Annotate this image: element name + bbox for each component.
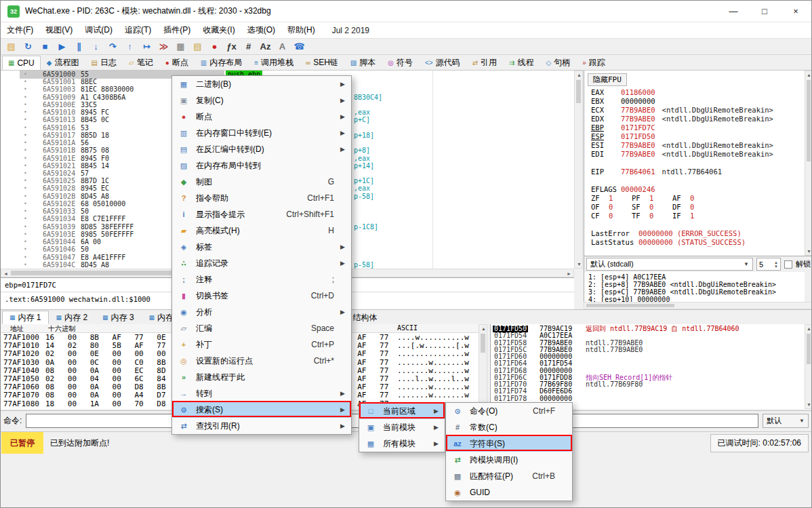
argument-row[interactable]: 2: [esp+8] 77B9ABE0 <ntdll.DbgUiRemoteBr… (588, 281, 805, 288)
menubar-item-2[interactable]: 视图(V) (39, 22, 79, 38)
toolbar-font-button[interactable]: A (274, 39, 291, 54)
menu-item-binary[interactable]: ▦二进制(B)▶ (173, 76, 350, 92)
menu-item-patch[interactable]: +补丁Ctrl+P (173, 336, 350, 353)
toolbar-notes-button[interactable]: ▤ (189, 39, 206, 54)
menubar-item-4[interactable]: 追踪(T) (119, 22, 157, 38)
disasm-vscrollbar[interactable]: ▲ ▼ (574, 71, 583, 269)
toolbar-step-over-button[interactable]: ↷ (104, 39, 121, 54)
stack-row[interactable]: 0171FD7077B69F80ntdll.77B69F80 (491, 381, 805, 388)
argument-row[interactable]: 4: [esp+10] 00000000 (588, 296, 805, 302)
toolbar-hash-button[interactable]: # (240, 39, 257, 54)
menu-item-graph[interactable]: ◆制图G (173, 174, 350, 190)
dump-tab-1[interactable]: ▦内存 1 (2, 311, 49, 324)
submenu-item-intermodular-calls[interactable]: ⇄跨模块调用(I) (447, 452, 571, 468)
arguments-hscrollbar[interactable] (584, 302, 812, 309)
flags-line[interactable]: CF0TF0IF1 (591, 212, 713, 220)
tab-source[interactable]: <>源代码 (419, 56, 466, 70)
menu-item-create-new-thread-here[interactable]: »新建线程于此 (173, 369, 350, 385)
stack-pane[interactable]: 0171FD5077B9AC19返回到 ntdll.77B9AC19 自 ntd… (490, 324, 805, 409)
stack-row[interactable]: 0171FD7800000000 (491, 395, 805, 402)
toolbar-breakpoints-button[interactable]: ● (206, 39, 223, 54)
tab-notes[interactable]: ▱笔记 (123, 56, 159, 70)
dump-tab-2[interactable]: ▦内存 2 (49, 311, 96, 324)
menu-item-follow-in-disassembler[interactable]: ▤在反汇编中转到(D)▶ (173, 141, 350, 157)
submenu-item-all-modules[interactable]: ▦所有模块▶ (360, 435, 444, 452)
menu-item-search-for[interactable]: ⊙搜索(S)▶ (173, 402, 350, 418)
scroll-thumb[interactable] (481, 334, 485, 353)
tab-threads[interactable]: ⇉线程 (503, 56, 540, 70)
scroll-thumb[interactable] (11, 271, 180, 275)
command-default-select[interactable]: 默认 ▼ (763, 414, 809, 428)
register-edx[interactable]: EDX77B9ABE0<ntdll.DbgUiRemoteBreakin> (591, 115, 773, 123)
menu-item-trace-record[interactable]: ∴追踪记录▶ (173, 255, 350, 271)
register-ebx[interactable]: EBX00000000 (591, 97, 655, 106)
register-lasterror[interactable]: LastError00000000 (ERROR_SUCCESS) (591, 229, 742, 238)
menu-item-follow-in-memory-map[interactable]: ▨在内存布局中转到 (173, 157, 350, 174)
toolbar-run-button[interactable]: ▶ (54, 39, 70, 54)
toolbar-restart-button[interactable]: ↻ (20, 39, 37, 54)
dump-tab-3[interactable]: ▦内存 3 (95, 311, 142, 324)
toolbar-phone-button[interactable]: ☎ (291, 39, 308, 54)
toolbar-step-into-button[interactable]: ↓ (87, 39, 104, 54)
menubar-item-1[interactable]: 文件(F) (1, 22, 39, 38)
unlock-checkbox[interactable] (784, 260, 792, 269)
toolbar-run-to-user-code-button[interactable]: ↦ (138, 39, 155, 54)
toolbar-animate-into-button[interactable]: ≫ (155, 39, 172, 54)
submenu-item-guid[interactable]: ◉GUID (447, 484, 571, 501)
menubar-item-3[interactable]: 调试(D) (79, 22, 119, 38)
submenu-item-current-module[interactable]: ▣当前模块▶ (360, 419, 444, 435)
toolbar-fx-button[interactable]: ƒx (223, 39, 240, 54)
menu-item-find-references[interactable]: ⇄查找引用(R)▶ (173, 418, 350, 434)
submenu-item-pattern[interactable]: ▩匹配特征(P)Ctrl+B (447, 468, 571, 484)
registers-pane[interactable]: 隐藏FPU EAX01186000EBX00000000ECX77B9ABE0<… (584, 71, 805, 256)
scroll-thumb[interactable] (807, 334, 811, 364)
tab-breakpoints[interactable]: ●断点 (159, 56, 195, 70)
register-esp[interactable]: ESP0171FD50 (591, 132, 655, 141)
argument-row[interactable]: 1: [esp+4] A0C17EEA (588, 273, 805, 281)
stack-row[interactable]: 0171FD74D60FE6D6 (491, 388, 805, 395)
menubar-item-6[interactable]: 收藏夹(I) (197, 22, 241, 38)
toolbar-open-file-button[interactable]: ▤ (3, 39, 20, 54)
register-laststatus[interactable]: LastStatus00000000 (STATUS_SUCCESS) (591, 238, 746, 247)
menu-item-label[interactable]: ◈标签▶ (173, 239, 350, 255)
register-ecx[interactable]: ECX77B9ABE0<ntdll.DbgUiRemoteBreakin> (591, 106, 773, 115)
arg-count-spinner[interactable]: 5 ▲▼ (756, 258, 781, 271)
menu-item-show-mnemonic-brief[interactable]: i显示指令提示Ctrl+Shift+F1 (173, 206, 350, 222)
menu-item-breakpoint[interactable]: ●断点▶ (173, 109, 350, 125)
register-esi[interactable]: ESI77B9ABE0<ntdll.DbgUiRemoteBreakin> (591, 141, 773, 150)
toolbar-az-button[interactable]: Az (257, 39, 274, 54)
register-eflags[interactable]: EFLAGS00000246 (591, 185, 655, 194)
scroll-thumb[interactable] (576, 80, 581, 103)
toolbar-step-out-button[interactable]: ↑ (121, 39, 138, 54)
flags-line[interactable]: OF0SF0DF0 (591, 203, 713, 212)
menu-item-copy[interactable]: ▣复制(C)▶ (173, 92, 350, 109)
stack-vscrollbar[interactable]: ▲ ▼ (805, 324, 812, 409)
stack-row[interactable]: 0171FD640171FD54 (491, 360, 805, 367)
menu-item-assemble[interactable]: ▱汇编Space (173, 320, 350, 336)
toolbar-pause-button[interactable]: ∥ (70, 39, 87, 54)
maximize-button[interactable]: □ (749, 1, 780, 22)
tab-symbols[interactable]: ◎符号 (382, 56, 419, 70)
tab-memory-map[interactable]: ▥内存布局 (195, 56, 248, 70)
tab-references[interactable]: ⇄引用 (466, 56, 503, 70)
register-eip[interactable]: EIP77B64061ntdll.77B64061 (591, 168, 722, 176)
arguments-pane[interactable]: 1: [esp+4] A0C17EEA2: [esp+8] 77B9ABE0 <… (584, 272, 805, 302)
stack-row[interactable]: 0171FD54A0C17EEA (491, 332, 805, 339)
submenu-item-current-region[interactable]: □当前区域▶ (360, 403, 444, 419)
stack-row[interactable]: 0171FD6C0171FDD8指向SEH_Record[1]的指针 (491, 374, 805, 381)
tab-log[interactable]: ▤日志 (85, 56, 123, 70)
tab-script[interactable]: ▨脚本 (344, 56, 382, 70)
hide-fpu-button[interactable]: 隐藏FPU (588, 73, 627, 86)
argument-row[interactable]: 3: [esp+C] 77B9ABE0 <ntdll.DbgUiRemoteBr… (588, 288, 805, 296)
menubar-item-5[interactable]: 插件(P) (157, 22, 197, 38)
toolbar-memory-view-button[interactable]: ▦ (172, 39, 189, 54)
submenu-item-constant[interactable]: #常数(C) (447, 419, 571, 435)
menu-item-highlighting-mode[interactable]: ▰高亮模式(H)H (173, 222, 350, 239)
submenu-item-command[interactable]: ⊙命令(O)Ctrl+F (447, 403, 571, 419)
menu-item-instruction-help[interactable]: ?指令帮助Ctrl+F1 (173, 190, 350, 206)
scroll-thumb[interactable] (807, 80, 811, 161)
register-edi[interactable]: EDI77B9ABE0<ntdll.DbgUiRemoteBreakin> (591, 150, 773, 159)
stack-row[interactable]: 0171FD6000000000 (491, 353, 805, 360)
minimize-button[interactable]: — (718, 1, 749, 22)
menubar-item-7[interactable]: 选项(O) (241, 22, 281, 38)
